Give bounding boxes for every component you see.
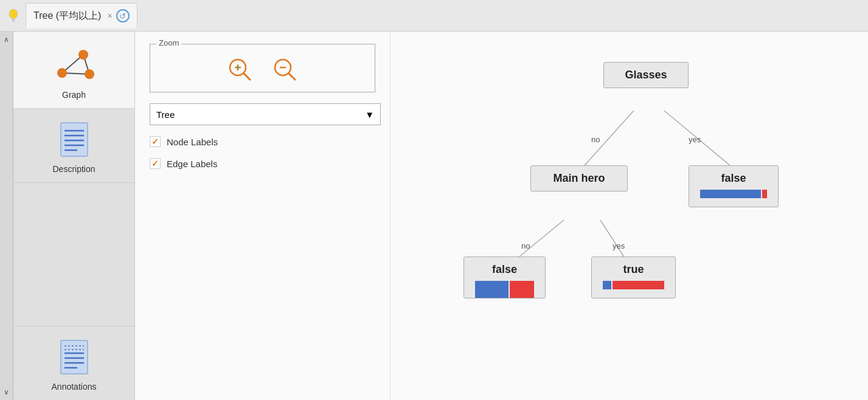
svg-line-30 — [579, 111, 634, 171]
zoom-out-icon — [272, 57, 299, 83]
collapse-panel: ∧ ∨ — [0, 32, 13, 400]
node-glasses-label: Glasses — [625, 69, 667, 81]
node-true1-bar — [603, 281, 664, 292]
left-panel: Zoom — [135, 32, 391, 400]
sidebar-graph-label: Graph — [62, 90, 86, 100]
node-labels-label: Node Labels — [167, 137, 218, 147]
sidebar: Graph Description — [13, 32, 135, 400]
tree-node-glasses[interactable]: Glasses — [603, 62, 689, 88]
tab-title: Tree (平均以上) — [33, 10, 101, 22]
svg-rect-2 — [12, 21, 15, 22]
collapse-down-button[interactable]: ∨ — [4, 388, 9, 396]
tree-node-false1[interactable]: false — [689, 165, 779, 207]
sidebar-item-description[interactable]: Description — [13, 109, 134, 183]
edge-label-no1: no — [591, 135, 600, 144]
svg-line-29 — [289, 74, 295, 80]
dropdown-value: Tree — [156, 109, 175, 120]
node-false1-bar — [700, 190, 767, 201]
node-false2-label: false — [492, 263, 517, 276]
sidebar-description-label: Description — [52, 164, 95, 174]
bar-blue-false2 — [475, 281, 509, 298]
node-false1-label: false — [721, 172, 746, 185]
tab-bar: Tree (平均以上) × ↺ — [0, 0, 868, 32]
chevron-down-icon: ▼ — [365, 109, 374, 120]
svg-point-8 — [85, 69, 94, 79]
bar-red-false1 — [762, 190, 767, 198]
svg-point-7 — [78, 50, 88, 60]
zoom-in-icon — [227, 57, 254, 83]
svg-point-0 — [9, 9, 18, 19]
view-type-dropdown[interactable]: Tree ▼ — [150, 103, 381, 125]
edge-labels-label: Edge Labels — [167, 159, 217, 169]
tab-close-button[interactable]: × — [107, 11, 112, 21]
svg-point-26 — [237, 66, 239, 69]
svg-line-25 — [244, 74, 250, 80]
node-labels-row: ✓ Node Labels — [150, 136, 375, 147]
node-labels-check: ✓ — [151, 137, 159, 147]
main-layout: ∧ ∨ Graph De — [0, 32, 868, 400]
dropdown-display[interactable]: Tree ▼ — [150, 103, 381, 125]
sidebar-item-graph[interactable]: Graph — [13, 32, 134, 109]
collapse-up-button[interactable]: ∧ — [4, 35, 9, 44]
svg-rect-1 — [12, 19, 15, 21]
tab-refresh-button[interactable]: ↺ — [116, 9, 130, 22]
node-true1-label: true — [623, 263, 644, 276]
description-icon — [56, 120, 92, 159]
zoom-in-button[interactable] — [227, 57, 254, 83]
tab-item[interactable]: Tree (平均以上) × ↺ — [26, 3, 137, 29]
node-labels-checkbox[interactable]: ✓ — [150, 136, 161, 147]
zoom-box: Zoom — [150, 44, 375, 92]
edge-labels-row: ✓ Edge Labels — [150, 158, 375, 169]
zoom-label: Zoom — [156, 38, 181, 47]
tree-node-false2[interactable]: false — [464, 257, 546, 298]
bar-red-true1 — [613, 281, 664, 289]
edge-labels-checkbox[interactable]: ✓ — [150, 158, 161, 169]
node-false2-bar — [475, 281, 534, 292]
bar-blue-false1 — [700, 190, 761, 198]
tree-visualization-area: no yes no yes Glasses Main hero false — [391, 32, 868, 400]
bar-red-false2 — [510, 281, 534, 298]
edge-label-yes1: yes — [689, 135, 701, 144]
content-area: Zoom — [135, 32, 868, 400]
zoom-out-button[interactable] — [272, 57, 299, 83]
svg-rect-9 — [61, 123, 88, 156]
sidebar-item-annotations[interactable]: Annotations — [13, 326, 134, 400]
graph-icon — [50, 43, 99, 85]
edge-labels-check: ✓ — [151, 159, 159, 168]
tree-node-main-hero[interactable]: Main hero — [530, 165, 628, 191]
zoom-controls — [162, 50, 363, 83]
tree-node-true1[interactable]: true — [591, 257, 676, 298]
edge-label-no2: no — [521, 241, 530, 250]
svg-point-6 — [57, 68, 67, 78]
refresh-icon: ↺ — [119, 12, 126, 21]
sidebar-spacer — [13, 183, 134, 326]
sidebar-annotations-label: Annotations — [52, 382, 97, 391]
bulb-icon — [5, 7, 22, 24]
annotations-icon — [56, 337, 92, 377]
dropdown-row: Tree ▼ — [150, 103, 375, 125]
bar-blue-true1 — [603, 281, 611, 289]
edge-label-yes2: yes — [613, 241, 625, 250]
node-main-hero-label: Main hero — [553, 172, 605, 185]
